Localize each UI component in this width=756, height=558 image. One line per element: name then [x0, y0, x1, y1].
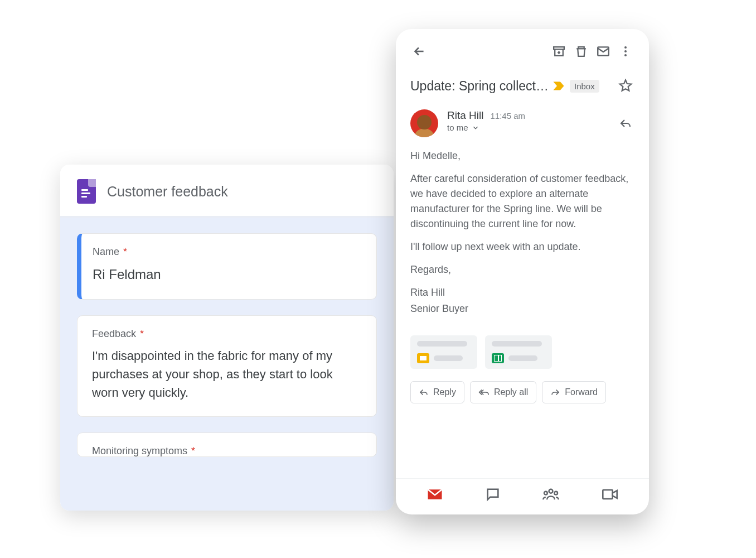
google-sheets-icon — [492, 353, 504, 363]
form-title: Customer feedback — [107, 184, 228, 200]
question-label: Name * — [93, 246, 362, 258]
more-icon[interactable] — [614, 40, 637, 62]
svg-point-6 — [544, 492, 547, 495]
reply-all-button[interactable]: Reply all — [470, 381, 536, 403]
sender-info: Rita Hill 11:45 am to me — [447, 109, 605, 132]
form-header: Customer feedback — [60, 165, 394, 218]
svg-point-7 — [555, 492, 558, 495]
email-subject: Update: Spring collect… — [410, 79, 549, 94]
email-body: Hi Medelle, After careful consideration … — [396, 143, 649, 333]
google-forms-icon — [77, 179, 96, 204]
sender-time: 11:45 am — [490, 111, 525, 121]
svg-point-3 — [624, 50, 627, 52]
body-greeting: Hi Medelle, — [410, 148, 634, 163]
chevron-down-icon — [472, 124, 479, 132]
nav-meet-icon[interactable] — [602, 487, 618, 502]
mark-unread-icon[interactable] — [592, 40, 614, 62]
signature-title: Senior Buyer — [410, 301, 634, 316]
question-card-feedback[interactable]: Feedback * I'm disappointed in the fabri… — [77, 315, 377, 417]
nav-chat-icon[interactable] — [485, 487, 501, 502]
attachment-sheets[interactable] — [485, 335, 552, 369]
nav-spaces-icon[interactable] — [542, 487, 560, 502]
svg-point-2 — [624, 46, 627, 49]
archive-icon[interactable] — [547, 40, 570, 62]
star-icon[interactable] — [614, 75, 637, 97]
sender-name: Rita Hill — [447, 109, 483, 122]
svg-rect-0 — [554, 47, 564, 49]
bottom-nav — [396, 478, 649, 514]
inbox-label-chip[interactable]: Inbox — [570, 80, 599, 93]
question-card-name[interactable]: Name * Ri Feldman — [77, 233, 377, 300]
reply-icon[interactable] — [614, 112, 637, 134]
google-slides-icon — [417, 353, 429, 363]
required-asterisk: * — [137, 328, 144, 339]
important-marker-icon[interactable] — [553, 81, 565, 91]
body-paragraph: I'll follow up next week with an update. — [410, 239, 634, 254]
required-asterisk: * — [188, 445, 195, 456]
back-icon[interactable] — [408, 40, 430, 62]
google-form-card: Customer feedback Name * Ri Feldman Feed… — [60, 165, 394, 511]
body-closing: Regards, — [410, 262, 634, 277]
question-label: Feedback * — [92, 328, 362, 340]
nav-mail-icon[interactable] — [427, 488, 443, 501]
form-body: Name * Ri Feldman Feedback * I'm disappo… — [60, 218, 394, 511]
gmail-message-card: Update: Spring collect… Inbox Rita Hill … — [396, 29, 649, 514]
required-asterisk: * — [120, 246, 127, 257]
attachments-row — [396, 333, 649, 377]
svg-rect-8 — [603, 490, 612, 499]
question-value[interactable]: I'm disappointed in the fabric for many … — [92, 347, 362, 402]
svg-point-5 — [549, 489, 553, 493]
sender-row: Rita Hill 11:45 am to me — [396, 105, 649, 143]
avatar[interactable] — [410, 109, 438, 137]
signature-name: Rita Hill — [410, 285, 634, 300]
recipient-dropdown[interactable]: to me — [447, 123, 605, 132]
question-label: Monitoring symptoms * — [92, 445, 362, 457]
attachment-slides[interactable] — [410, 335, 477, 369]
reply-button[interactable]: Reply — [410, 381, 464, 403]
forward-button[interactable]: Forward — [542, 381, 606, 403]
subject-row: Update: Spring collect… Inbox — [396, 69, 649, 105]
body-paragraph: After careful consideration of customer … — [410, 171, 634, 232]
delete-icon[interactable] — [570, 40, 592, 62]
action-row: Reply Reply all Forward — [396, 377, 649, 410]
question-card-monitoring[interactable]: Monitoring symptoms * — [77, 432, 377, 457]
question-value[interactable]: Ri Feldman — [93, 264, 362, 285]
email-toolbar — [396, 29, 649, 69]
svg-point-4 — [624, 54, 627, 56]
